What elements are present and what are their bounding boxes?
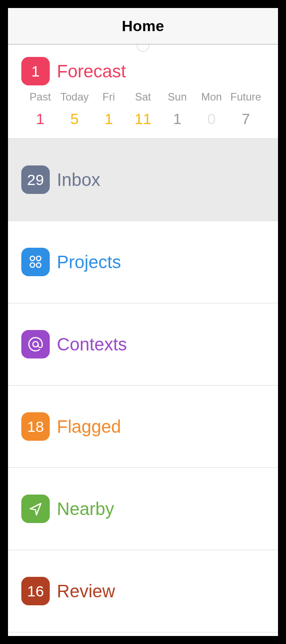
svg-point-0 [30, 256, 35, 261]
forecast-day-label: Mon [201, 91, 222, 103]
row-forecast[interactable]: 1 Forecast Past 1 Today 5 Fri 1 Sat [8, 44, 278, 139]
row-inbox[interactable]: 29 Inbox [8, 139, 278, 221]
svg-point-1 [36, 256, 41, 261]
forecast-day-label: Fri [103, 91, 115, 103]
forecast-day-count: 11 [135, 110, 151, 128]
page-title: Home [122, 17, 164, 35]
forecast-day-mon[interactable]: Mon 0 [195, 91, 229, 128]
row-review[interactable]: 16 Review [8, 550, 278, 632]
forecast-day-label: Future [230, 91, 261, 103]
forecast-day-past[interactable]: Past 1 [23, 91, 57, 128]
forecast-day-label: Sat [135, 91, 151, 103]
nearby-label: Nearby [57, 499, 114, 519]
forecast-badge: 1 [21, 57, 50, 85]
forecast-day-count: 5 [70, 110, 79, 128]
flagged-badge: 18 [21, 412, 50, 441]
forecast-day-future[interactable]: Future 7 [229, 91, 263, 128]
row-nearby[interactable]: Nearby [8, 468, 278, 550]
svg-marker-5 [30, 503, 41, 515]
forecast-day-count: 1 [36, 110, 44, 128]
forecast-mini-calendar: Past 1 Today 5 Fri 1 Sat 11 Sun 1 [21, 89, 265, 128]
home-screen: Home 1 Forecast Past 1 Today 5 Fri 1 [8, 8, 278, 636]
perspective-list: 1 Forecast Past 1 Today 5 Fri 1 Sat [8, 44, 278, 632]
forecast-day-label: Past [30, 91, 51, 103]
projects-icon [21, 248, 50, 276]
row-flagged[interactable]: 18 Flagged [8, 386, 278, 468]
nearby-icon [21, 495, 50, 523]
svg-point-2 [30, 263, 35, 267]
forecast-day-today[interactable]: Today 5 [57, 91, 91, 128]
folders-icon [27, 253, 44, 271]
flagged-label: Flagged [57, 417, 121, 437]
projects-label: Projects [57, 252, 121, 272]
review-label: Review [57, 581, 115, 601]
contexts-label: Contexts [57, 334, 127, 354]
svg-point-4 [33, 342, 38, 347]
location-arrow-icon [27, 500, 44, 518]
navbar: Home [8, 8, 278, 44]
inbox-label: Inbox [57, 170, 100, 190]
forecast-day-count: 0 [207, 110, 216, 128]
at-icon [27, 335, 44, 353]
contexts-icon [21, 330, 50, 358]
forecast-day-label: Sun [168, 91, 187, 103]
forecast-day-count: 7 [242, 110, 250, 128]
forecast-day-count: 1 [173, 110, 182, 128]
inbox-badge: 29 [21, 165, 50, 194]
forecast-day-count: 1 [104, 110, 113, 128]
forecast-day-sun[interactable]: Sun 1 [160, 91, 195, 128]
forecast-day-label: Today [60, 91, 89, 103]
svg-point-3 [36, 263, 41, 267]
forecast-day-sat[interactable]: Sat 11 [126, 91, 160, 128]
review-badge: 16 [21, 577, 50, 605]
row-projects[interactable]: Projects [8, 221, 278, 303]
forecast-label: Forecast [57, 61, 126, 81]
row-contexts[interactable]: Contexts [8, 303, 278, 386]
forecast-day-fri[interactable]: Fri 1 [91, 91, 126, 128]
